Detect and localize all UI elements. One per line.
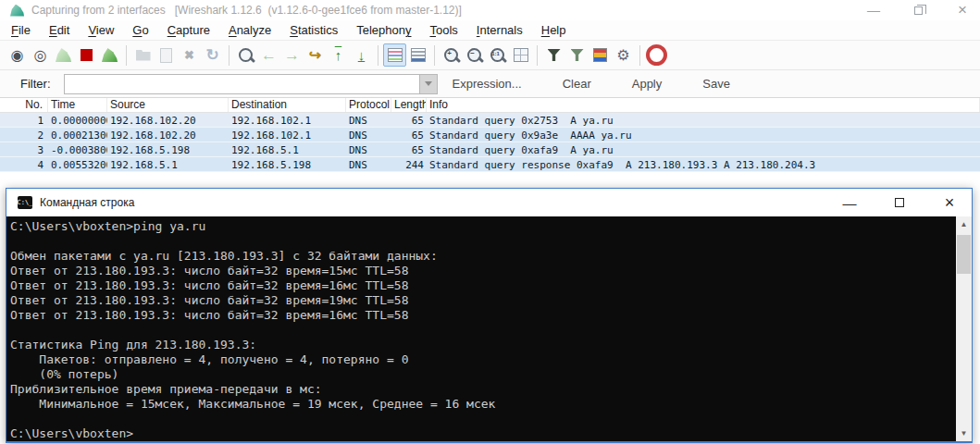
cmd-maximize-button[interactable] <box>890 193 909 212</box>
menu-edit[interactable]: Edit <box>40 21 79 39</box>
menu-go[interactable]: Go <box>123 21 157 39</box>
cell-destination: 192.168.102.1 <box>229 115 346 127</box>
column-header-source[interactable]: Source <box>107 98 229 112</box>
cell-destination: 192.168.102.1 <box>229 130 346 142</box>
cmd-window: C:\_ Командная строка — × C:\Users\vboxt… <box>6 188 973 443</box>
cell-no: 4 <box>0 159 48 171</box>
column-header-length[interactable]: Length <box>391 98 427 112</box>
restart-capture-icon[interactable] <box>98 43 121 67</box>
cell-length: 65 <box>391 130 427 142</box>
console-scrollbar[interactable]: ▲ ▼ <box>956 216 972 441</box>
menu-telephony[interactable]: Telephony <box>347 21 420 39</box>
menu-capture[interactable]: Capture <box>158 21 219 39</box>
packet-row[interactable]: 10.00000000192.168.102.20192.168.102.1DN… <box>0 113 980 128</box>
column-header-destination[interactable]: Destination <box>229 98 346 112</box>
restore-button[interactable] <box>910 2 926 18</box>
column-header-protocol[interactable]: Protocol <box>346 98 391 112</box>
cell-protocol: DNS <box>346 159 391 171</box>
cell-no: 2 <box>0 130 48 142</box>
filter-toolbar: Filter: Expression... Clear Apply Save <box>0 70 980 98</box>
toolbar-separator <box>639 45 640 66</box>
scroll-down-icon[interactable]: ▼ <box>956 426 972 441</box>
preferences-icon[interactable]: ⚙ <box>612 43 635 67</box>
help-icon[interactable] <box>645 43 668 67</box>
toolbar-separator <box>126 45 127 66</box>
scroll-up-icon[interactable]: ▲ <box>956 216 972 232</box>
toolbar-separator <box>434 45 435 66</box>
go-to-bottom-icon[interactable]: ↓ <box>350 43 373 67</box>
go-forward-icon[interactable]: → <box>280 43 304 67</box>
open-capture-file-icon[interactable] <box>131 43 155 67</box>
desktop: Capturing from 2 interfaces [Wireshark 1… <box>0 0 980 444</box>
restore-icon <box>914 6 923 15</box>
capture-options-icon[interactable]: ◎ <box>29 43 52 67</box>
packet-row[interactable]: 40.00553200192.168.5.1192.168.5.198DNS24… <box>0 157 980 172</box>
zoom-out-icon[interactable]: − <box>463 43 486 67</box>
list-interfaces-icon[interactable]: ◉ <box>6 43 29 67</box>
stop-capture-icon[interactable] <box>75 43 98 67</box>
colorize-packet-list-icon[interactable] <box>383 43 406 67</box>
close-capture-icon[interactable]: ✖ <box>178 43 201 67</box>
wireshark-app-icon <box>9 4 24 18</box>
cell-info: Standard query 0xafa9 A ya.ru <box>427 144 980 156</box>
zoom-100-icon[interactable]: 1:1 <box>486 43 509 67</box>
filter-combobox <box>64 74 438 94</box>
filter-label: Filter: <box>20 77 51 91</box>
cmd-app-icon: C:\_ <box>18 196 32 209</box>
close-button[interactable]: × <box>954 2 971 18</box>
menu-tools[interactable]: Tools <box>421 21 467 39</box>
console-line: (0% потерь) <box>10 367 953 382</box>
column-header-time[interactable]: Time <box>48 98 107 112</box>
zoom-in-icon[interactable]: + <box>440 43 463 67</box>
save-button[interactable]: Save <box>702 77 730 91</box>
cell-no: 3 <box>0 144 48 156</box>
resize-columns-icon[interactable] <box>509 43 532 67</box>
apply-button[interactable]: Apply <box>632 77 663 91</box>
menu-help[interactable]: Help <box>532 21 576 39</box>
wireshark-titlebar[interactable]: Capturing from 2 interfaces [Wireshark 1… <box>0 0 980 20</box>
menu-file[interactable]: File <box>2 21 40 39</box>
find-packet-icon[interactable] <box>234 43 257 67</box>
packet-row[interactable]: 20.00021300192.168.102.20192.168.102.1DN… <box>0 128 980 142</box>
cell-time: 0.00000000 <box>48 115 107 127</box>
expression-button[interactable]: Expression... <box>453 77 522 91</box>
console-line: Обмен пакетами с ya.ru [213.180.193.3] с… <box>10 249 953 264</box>
console-line: Минимальное = 15мсек, Максимальное = 19 … <box>10 397 953 412</box>
minimize-button[interactable]: — <box>865 2 882 18</box>
clear-button[interactable]: Clear <box>563 77 591 91</box>
cell-info: Standard query 0x9a3e AAAA ya.ru <box>427 130 980 142</box>
cell-source: 192.168.102.20 <box>107 115 229 127</box>
save-capture-file-icon[interactable] <box>155 43 178 67</box>
go-to-top-icon[interactable]: ↑ <box>327 43 350 67</box>
reload-capture-icon[interactable]: ↻ <box>201 43 224 67</box>
console-line: Ответ от 213.180.193.3: число байт=32 вр… <box>10 308 953 323</box>
display-filters-icon[interactable] <box>565 43 589 67</box>
menu-internals[interactable]: Internals <box>467 21 532 39</box>
scrollbar-thumb[interactable] <box>957 235 971 274</box>
console-line: Пакетов: отправлено = 4, получено = 4, п… <box>10 352 953 367</box>
cmd-minimize-button[interactable]: — <box>840 193 859 212</box>
menu-view[interactable]: View <box>79 21 123 39</box>
packet-row[interactable]: 3-0.0003800192.168.5.198192.168.5.1DNS65… <box>0 142 980 157</box>
go-to-packet-icon[interactable]: ↪ <box>304 43 327 67</box>
cell-time: 0.00021300 <box>48 130 107 142</box>
cmd-close-button[interactable]: × <box>940 193 959 212</box>
go-back-icon[interactable]: ← <box>257 43 280 67</box>
packet-list-header: No.TimeSourceDestinationProtocolLengthIn… <box>0 98 980 113</box>
auto-scroll-icon[interactable] <box>406 43 429 67</box>
console-line: Ответ от 213.180.193.3: число байт=32 вр… <box>10 293 953 308</box>
start-capture-icon[interactable] <box>52 43 75 67</box>
menu-analyze[interactable]: Analyze <box>219 21 280 39</box>
menu-statistics[interactable]: Statistics <box>280 21 347 39</box>
cell-source: 192.168.102.20 <box>107 130 229 142</box>
cell-source: 192.168.5.1 <box>107 159 229 171</box>
capture-filters-icon[interactable] <box>542 43 565 67</box>
column-header-no[interactable]: No. <box>0 98 48 112</box>
cmd-window-title: Командная строка <box>40 196 134 209</box>
column-header-info[interactable]: Info <box>427 98 980 112</box>
filter-input[interactable] <box>64 74 419 94</box>
coloring-rules-icon[interactable] <box>589 43 612 67</box>
cell-no: 1 <box>0 115 48 127</box>
cmd-titlebar[interactable]: C:\_ Командная строка — × <box>6 189 972 216</box>
filter-dropdown-button[interactable] <box>419 74 438 94</box>
